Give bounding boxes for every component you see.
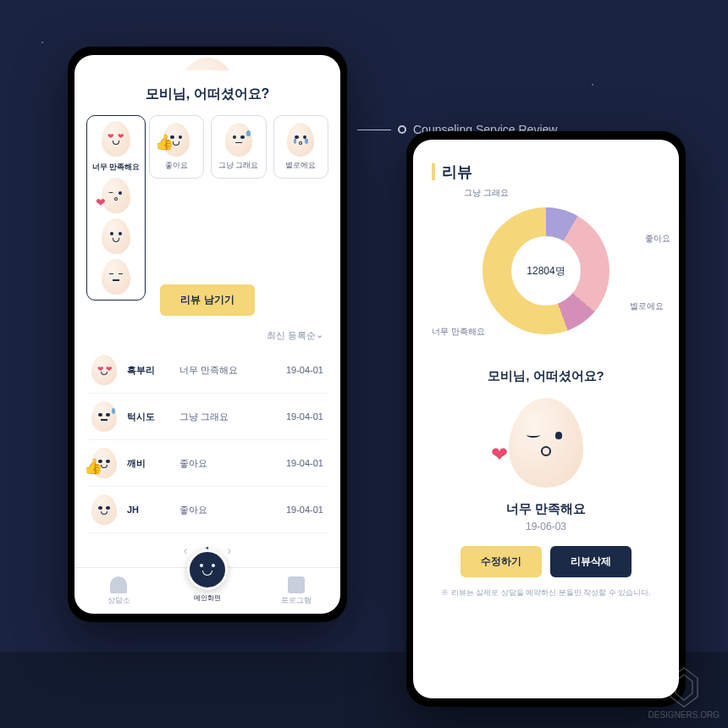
list-item[interactable]: JH 좋아요 19-04-01	[88, 487, 327, 533]
tab-counseling[interactable]: 상담소	[74, 568, 163, 614]
phone-mockup-right: 리뷰 12804명 그냥 그래요 좋아요 별로에요 너무 만족해요 모비님, 어…	[406, 131, 686, 707]
donut-label-verygood: 너무 만족해요	[432, 326, 485, 338]
mood-selector: ❤❤ 너무 만족해요 ❤ . 👍 좋아요 그냥 그래요 별로에요	[74, 115, 340, 179]
cry-icon	[287, 123, 314, 157]
thumbs-up-icon: 👍	[163, 123, 190, 157]
my-rating-label: 너무 만족해요	[413, 488, 679, 521]
next-page-button[interactable]: ›	[228, 543, 232, 557]
bottom-tab-bar: 상담소 프로그램 메인화면	[74, 567, 340, 614]
thumbs-up-icon: 👍	[91, 448, 117, 478]
section-header: 리뷰	[413, 140, 679, 190]
list-item[interactable]: 턱시도 그냥 그래요 19-04-01	[88, 394, 327, 440]
donut-label-bad: 별로에요	[630, 301, 664, 312]
home-face-icon	[187, 549, 228, 590]
screen-right: 리뷰 12804명 그냥 그래요 좋아요 별로에요 너무 만족해요 모비님, 어…	[413, 140, 679, 698]
edit-button[interactable]: 수정하기	[461, 546, 542, 577]
mood-option-soso[interactable]: 그냥 그래요	[211, 115, 267, 179]
mood-option-bad[interactable]: 별로에요	[273, 115, 329, 179]
review-donut-chart: 12804명 그냥 그래요 좋아요 별로에요 너무 만족해요	[413, 190, 679, 343]
list-item[interactable]: 👍 깨비 좋아요 19-04-01	[88, 440, 327, 487]
kiss-icon[interactable]: ❤	[102, 178, 130, 213]
document-icon	[288, 576, 305, 593]
smile-icon	[91, 494, 117, 525]
accent-bar-icon	[432, 163, 435, 180]
tab-program[interactable]: 프로그램	[251, 568, 340, 614]
donut-label-soso: 그냥 그래요	[464, 187, 509, 199]
my-review-avatar: ❤	[413, 398, 679, 488]
donut-label-good: 좋아요	[645, 233, 670, 245]
mood-option-good[interactable]: 👍 좋아요	[149, 115, 205, 179]
page-title: 모비님, 어떠셨어요?	[74, 70, 340, 115]
sweat-icon	[91, 401, 117, 432]
list-item[interactable]: ❤❤ 흑부리 너무 만족해요 19-04-01	[88, 347, 327, 394]
my-review-title: 모비님, 어떠셨어요?	[413, 343, 679, 398]
kiss-wink-icon: ❤	[509, 398, 583, 488]
phone-mockup-left: 모비님, 어떠셨어요? ❤❤ 너무 만족해요 ❤ . 👍 좋아요 그냥 그래요	[68, 47, 347, 622]
screen-left: 모비님, 어떠셨어요? ❤❤ 너무 만족해요 ❤ . 👍 좋아요 그냥 그래요	[74, 55, 340, 614]
my-review-date: 19-06-03	[413, 521, 679, 546]
write-review-button[interactable]: 리뷰 남기기	[160, 284, 254, 316]
watermark: DESIGNERS.ORG	[648, 666, 720, 720]
donut-chart: 12804명	[483, 207, 609, 334]
action-buttons: 수정하기 리뷰삭제	[413, 546, 679, 587]
peek-avatar	[74, 55, 340, 70]
logo-icon	[667, 666, 701, 709]
squint-icon[interactable]	[102, 259, 130, 295]
donut-center-label: 12804명	[511, 236, 581, 306]
tab-main[interactable]: 메인화면	[187, 549, 228, 603]
smile-icon[interactable]	[102, 218, 130, 254]
heart-eyes-icon: ❤❤	[102, 121, 130, 157]
review-list: ❤❤ 흑부리 너무 만족해요 19-04-01 턱시도 그냥 그래요 19-04…	[74, 347, 340, 533]
disclaimer-text: ※ 리뷰는 실제로 상담을 예약하신 분들만 작성할 수 있습니다.	[413, 587, 679, 610]
mood-dropdown-open[interactable]: ❤❤ 너무 만족해요 ❤	[86, 115, 146, 301]
heart-eyes-icon: ❤❤	[91, 355, 117, 385]
person-icon	[110, 576, 127, 593]
delete-button[interactable]: 리뷰삭제	[550, 546, 631, 577]
sweat-icon	[225, 123, 252, 157]
sort-dropdown[interactable]: 최신 등록순	[74, 324, 340, 347]
